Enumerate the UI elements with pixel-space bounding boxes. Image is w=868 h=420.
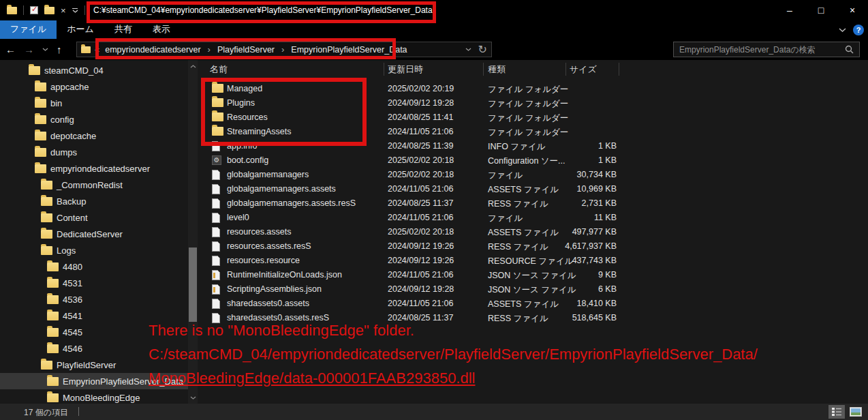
column-header-date[interactable]: 更新日時 [388, 63, 423, 76]
address-bar[interactable]: « empyriondedicatedserverPlayfieldServer… [76, 42, 492, 57]
breadcrumb-collapse-glyph[interactable]: « [95, 44, 99, 55]
tree-item[interactable]: appcache [0, 78, 188, 95]
large-icons-view-button[interactable] [848, 405, 864, 419]
folder-icon[interactable] [7, 7, 17, 14]
ribbon-tab[interactable]: ファイル [0, 20, 57, 39]
file-row[interactable]: ScriptingAssemblies.json 2024/09/12 19:2… [198, 282, 868, 297]
file-row[interactable]: Plugins 2024/09/12 19:28 ファイル フォルダー [198, 96, 868, 110]
file-row[interactable]: app.info 2024/08/25 11:39 INFO ファイル 1 KB [198, 139, 868, 153]
tree-item[interactable]: steamCMD_04 [0, 62, 188, 78]
forward-button[interactable]: → [24, 44, 34, 55]
tree-item[interactable]: PlayfieldServer [0, 357, 188, 373]
tree-item[interactable]: 4541 [0, 308, 188, 324]
properties-icon[interactable] [30, 6, 38, 14]
search-input[interactable] [674, 45, 845, 55]
up-button[interactable]: ↑ [57, 44, 62, 55]
folder-icon [47, 393, 59, 402]
breadcrumb-item[interactable]: EmpyrionPlayfieldServer_Data [291, 45, 407, 55]
tree-item[interactable]: config [0, 111, 188, 127]
address-bar-right: ↻ [465, 43, 487, 56]
tree-item-label: dumps [50, 147, 77, 158]
file-row[interactable]: resources.assets.resS 2024/09/12 19:26 R… [198, 239, 868, 254]
folder-icon [41, 230, 52, 239]
tree-item[interactable]: Logs [0, 242, 188, 258]
folder-icon [41, 197, 52, 206]
file-row[interactable]: boot.config 2025/02/02 20:18 Configurati… [198, 153, 868, 168]
sidebar-scrollbar[interactable] [188, 60, 198, 404]
column-divider[interactable] [384, 63, 384, 76]
folder-icon [47, 279, 59, 288]
column-header-type[interactable]: 種類 [488, 63, 506, 76]
tree-item[interactable]: MonoBleedingEdge [0, 389, 188, 404]
breadcrumb-item[interactable]: empyriondedicatedserver [105, 44, 217, 55]
collapse-ribbon-chevron-icon[interactable] [839, 28, 846, 32]
file-date-modified: 2025/02/02 20:19 [388, 84, 454, 93]
file-date-modified: 2025/02/02 20:18 [388, 170, 454, 179]
file-row[interactable]: RuntimeInitializeOnLoads.json 2024/11/05… [198, 268, 868, 282]
titlebar: × C:¥steamCMD_04¥empyriondedicatedserver… [0, 0, 868, 20]
file-row[interactable]: Resources 2024/08/25 11:41 ファイル フォルダー [198, 110, 868, 125]
ribbon-tab[interactable]: 共有 [104, 20, 142, 39]
tree-item[interactable]: DedicatedServer [0, 226, 188, 242]
file-row[interactable]: resources.resource 2024/09/12 19:26 RESO… [198, 254, 868, 268]
close-button[interactable]: × [837, 0, 868, 20]
address-dropdown-chevron-icon[interactable] [465, 48, 471, 51]
file-row[interactable]: StreamingAssets 2024/11/05 21:06 ファイル フォ… [198, 125, 868, 139]
file-row[interactable]: globalgamemanagers.assets.resS 2024/08/2… [198, 196, 868, 211]
tree-item[interactable]: _CommonRedist [0, 177, 188, 193]
column-header-name[interactable]: 名前 [210, 63, 228, 76]
tree-item[interactable]: 4480 [0, 258, 188, 275]
folder-icon [35, 148, 46, 157]
file-name: level0 [227, 213, 249, 222]
tree-item[interactable]: 4536 [0, 291, 188, 308]
refresh-icon[interactable]: ↻ [478, 43, 487, 56]
file-list-pane: 名前 更新日時 種類 サイズ Managed 2025/02/02 20:19 … [198, 60, 868, 404]
file-row[interactable]: globalgamemanagers.assets 2024/11/05 21:… [198, 182, 868, 196]
tree-item[interactable]: EmpyrionPlayfieldServer_Data [0, 373, 188, 389]
back-button[interactable]: ← [5, 44, 16, 55]
tree-item-label: _CommonRedist [57, 180, 123, 190]
tree-item[interactable]: 4545 [0, 324, 188, 340]
column-divider[interactable] [483, 63, 484, 76]
file-row[interactable]: Managed 2025/02/02 20:19 ファイル フォルダー [198, 82, 868, 96]
file-date-modified: 2024/09/12 19:28 [388, 98, 454, 108]
details-view-button[interactable] [828, 405, 845, 419]
tree-item[interactable]: 4546 [0, 340, 188, 357]
file-row[interactable]: sharedassets0.assets 2024/11/05 21:06 AS… [198, 297, 868, 311]
recent-locations-chevron-icon[interactable] [42, 48, 48, 51]
column-divider[interactable] [619, 63, 619, 76]
ribbon-tab[interactable]: ホーム [57, 20, 104, 39]
tree-item-label: 4545 [63, 327, 82, 338]
folder-icon [35, 164, 46, 173]
tree-item[interactable]: empyriondedicatedserver [0, 160, 188, 177]
tree-item[interactable]: dumps [0, 144, 188, 160]
close-icon[interactable]: × [61, 6, 66, 15]
tree-item-label: PlayfieldServer [57, 360, 116, 370]
maximize-button[interactable]: □ [805, 0, 837, 20]
file-row[interactable]: resources.assets 2025/02/02 20:18 ASSETS… [198, 225, 868, 239]
file-row[interactable]: sharedassets0.assets.resS 2024/08/25 11:… [198, 311, 868, 325]
tree-item[interactable]: Content [0, 209, 188, 226]
tree-item[interactable]: bin [0, 95, 188, 111]
file-row[interactable]: level0 2024/11/05 21:06 ファイル 11 KB [198, 211, 868, 225]
minimize-button[interactable]: – [774, 0, 805, 20]
column-header-size[interactable]: サイズ [570, 63, 597, 76]
file-row[interactable]: globalgamemanagers 2025/02/02 20:18 ファイル… [198, 168, 868, 182]
tree-item[interactable]: Backup [0, 193, 188, 209]
item-count: 17 個の項目 [24, 407, 68, 419]
new-folder-icon[interactable] [44, 7, 55, 14]
customize-toolbar-chevron-icon[interactable] [72, 8, 78, 13]
help-icon[interactable]: ? [853, 25, 864, 35]
navigation-pane: steamCMD_04 appcache bin config [0, 60, 188, 404]
column-headers: 名前 更新日時 種類 サイズ [198, 60, 868, 78]
scroll-up-arrow-icon[interactable] [188, 61, 198, 71]
breadcrumb-item[interactable]: PlayfieldServer [217, 44, 291, 55]
scroll-down-arrow-icon[interactable] [188, 393, 198, 402]
tree-item[interactable]: depotcache [0, 127, 188, 144]
tree-item[interactable]: 4531 [0, 275, 188, 291]
file-name: globalgamemanagers.assets [227, 184, 336, 194]
search-icon[interactable] [845, 45, 854, 54]
scrollbar-thumb[interactable] [189, 247, 197, 322]
ribbon-tab[interactable]: 表示 [142, 20, 181, 39]
column-divider[interactable] [565, 63, 566, 76]
